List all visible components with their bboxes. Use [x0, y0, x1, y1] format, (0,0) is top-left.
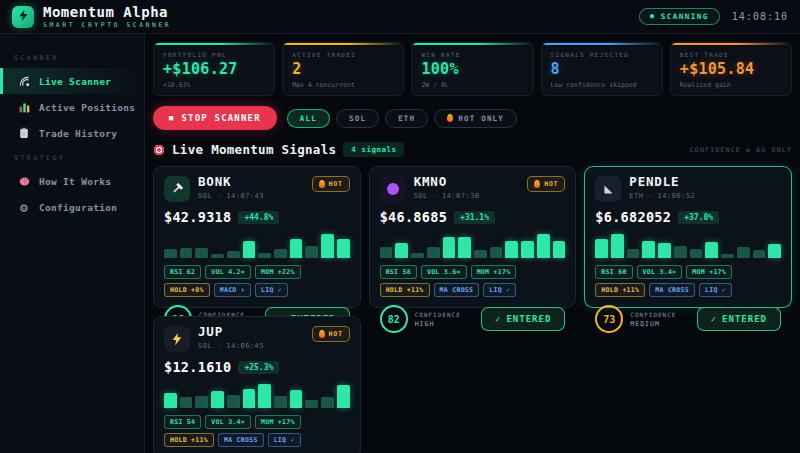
target-icon: [153, 144, 165, 156]
indicator-tag: RSI 58: [380, 265, 417, 279]
entered-button[interactable]: ✓ ENTERED: [697, 307, 781, 331]
stat-card-portfolio-pnl: PORTFOLIO PNL +$106.27 +10.63%: [153, 42, 275, 96]
stop-scanner-button[interactable]: ■ STOP SCANNER: [153, 106, 277, 130]
sidebar-item-live-scanner[interactable]: Live Scanner: [0, 68, 144, 94]
price-change-badge: +31.1%: [454, 211, 495, 224]
filter-all[interactable]: ALL: [287, 109, 330, 128]
sidebar-item-how-it-works[interactable]: How It Works: [0, 168, 144, 194]
stat-accent-bar: [542, 43, 662, 45]
momentum-bar: [521, 241, 534, 258]
stat-accent-bar: [671, 43, 791, 45]
token-price: $12.1610: [164, 359, 231, 375]
signal-card-jup: JUP SOL · 14:06:45 HOT $12.1610 +25.3% R…: [153, 316, 361, 453]
history-clipboard-icon: [17, 127, 31, 139]
momentum-bar: [243, 389, 256, 408]
momentum-bar: [611, 234, 624, 258]
momentum-bar: [164, 249, 177, 258]
momentum-bar: [642, 241, 655, 258]
momentum-bar: [721, 254, 734, 258]
momentum-bar: [305, 400, 318, 408]
momentum-bar: [227, 251, 240, 258]
stat-accent-bar: [283, 43, 403, 45]
price-change-badge: +25.3%: [238, 361, 279, 374]
token-price: $6.682052: [595, 209, 671, 225]
entered-button[interactable]: ✓ ENTERED: [481, 307, 565, 331]
clock: 14:08:10: [732, 11, 788, 22]
momentum-bar: [195, 396, 208, 408]
filter-hot-only[interactable]: HOT ONLY: [434, 109, 517, 128]
app-header: Momentum Alpha SMART CRYPTO SCANNER ● SC…: [0, 0, 800, 34]
indicator-tags: RSI 62VOL 4.2×MOM +22%HOLD +8%MACD ↑LIQ …: [164, 265, 350, 297]
stat-card-signals-rejected: SIGNALS REJECTED 8 Low confidence skippe…: [541, 42, 663, 96]
momentum-bar-chart: [164, 381, 350, 408]
sidebar-item-active-positions[interactable]: Active Positions: [0, 94, 144, 120]
stat-value: 100%: [421, 62, 523, 78]
sidebar-item-configuration[interactable]: ⚙ Configuration: [0, 194, 144, 220]
momentum-bar: [627, 249, 640, 258]
indicator-tag: VOL 4.2×: [205, 265, 251, 279]
indicator-tag: LIQ ✓: [699, 283, 732, 297]
momentum-bar: [258, 253, 271, 258]
token-chain-time: ETH · 14:06:52: [629, 192, 695, 200]
confidence-score: 82: [380, 305, 408, 333]
stat-accent-bar: [412, 43, 532, 45]
confidence-label: CONFIDENCE: [415, 311, 461, 318]
momentum-bar: [274, 396, 287, 408]
scanning-label: SCANNING: [661, 12, 709, 21]
stat-card-win-rate: WIN RATE 100% 2W / 0L: [411, 42, 533, 96]
stat-label: BEST TRADE: [680, 51, 782, 58]
bolt-icon: [17, 7, 30, 26]
hammer-icon: [164, 176, 190, 202]
sidebar-section: SCANNER Live Scanner Active Positions Tr…: [0, 54, 144, 146]
indicator-tag: LIQ ✓: [255, 283, 288, 297]
momentum-bar: [195, 248, 208, 258]
fire-icon: [534, 180, 540, 188]
momentum-bar: [321, 397, 334, 408]
price-change-badge: +37.0%: [678, 211, 719, 224]
indicator-tag: RSI 54: [164, 415, 201, 429]
fire-icon: [319, 180, 325, 188]
price-change-badge: +44.8%: [238, 211, 279, 224]
brand-block: Momentum Alpha SMART CRYPTO SCANNER: [43, 5, 171, 29]
sidebar-item-trade-history[interactable]: Trade History: [0, 120, 144, 146]
momentum-bar: [474, 250, 487, 258]
signal-card-kmno: KMNO SOL · 14:07:36 HOT $46.8685 +31.1% …: [369, 166, 577, 308]
indicator-tag: MOM +22%: [255, 265, 301, 279]
stat-accent-bar: [154, 43, 274, 45]
momentum-bar: [458, 237, 471, 258]
stat-label: PORTFOLIO PNL: [163, 51, 265, 58]
confidence-score: 73: [595, 305, 623, 333]
confidence-level: HIGH: [415, 320, 461, 328]
signals-grid: BONK SOL · 14:07:43 HOT $42.9318 +44.8% …: [153, 166, 792, 453]
momentum-bar: [321, 234, 334, 258]
momentum-bar: [705, 242, 718, 258]
stat-sub: +10.63%: [163, 81, 265, 89]
indicator-tag: MOM +17%: [255, 415, 301, 429]
main-content: PORTFOLIO PNL +$106.27 +10.63% ACTIVE TR…: [145, 34, 800, 453]
hot-badge: HOT: [312, 326, 350, 342]
momentum-bar: [337, 239, 350, 258]
fire-icon: [447, 114, 453, 122]
gear-icon: ⚙: [17, 201, 31, 214]
hot-badge: HOT: [312, 176, 350, 192]
indicator-tag: HOLD +8%: [164, 283, 210, 297]
token-chain-time: SOL · 14:07:43: [198, 192, 264, 200]
indicator-tag: VOL 3.4×: [637, 265, 683, 279]
stat-sub: Realized gain: [680, 81, 782, 89]
status-dot-icon: ●: [650, 13, 656, 20]
momentum-bar: [443, 237, 456, 258]
indicator-tags: RSI 58VOL 3.6×MOM +17%HOLD +11%MA CROSSL…: [380, 265, 566, 297]
momentum-bar: [753, 250, 766, 258]
filter-eth[interactable]: ETH: [385, 109, 428, 128]
filter-group: ALL SOL ETH HOT ONLY: [287, 109, 517, 128]
momentum-bar: [674, 246, 687, 258]
check-icon: ✓: [495, 314, 501, 324]
stop-icon: ■: [169, 115, 174, 122]
signals-section-header: Live Momentum Signals 4 signals CONFIDEN…: [153, 142, 792, 157]
stat-value: +$106.27: [163, 62, 265, 78]
filter-sol[interactable]: SOL: [336, 109, 379, 128]
momentum-bar-chart: [380, 231, 566, 258]
token-circle-icon: [380, 176, 406, 202]
check-icon: ✓: [711, 314, 717, 324]
confidence-filter-note: CONFIDENCE ≥ 65 ONLY: [690, 146, 792, 154]
